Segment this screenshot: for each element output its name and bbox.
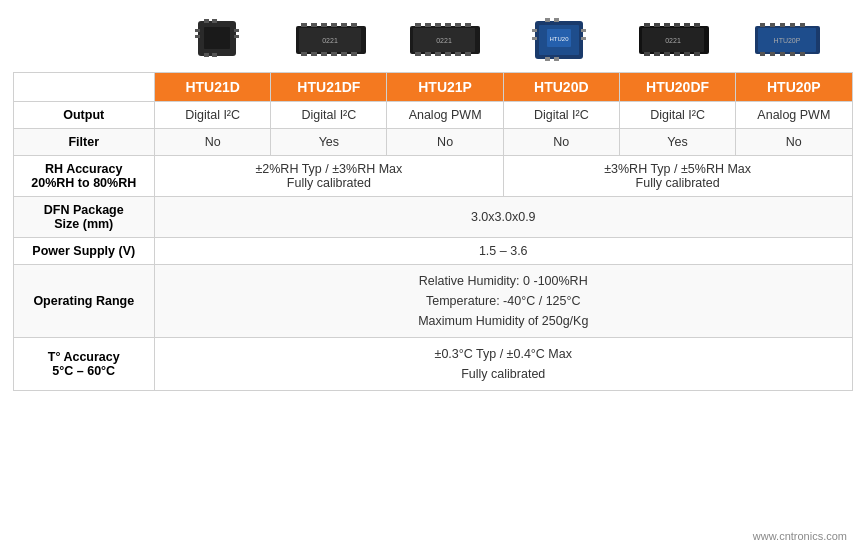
svg-rect-35 <box>425 52 431 56</box>
svg-rect-33 <box>465 23 471 27</box>
svg-rect-47 <box>545 18 550 22</box>
svg-rect-14 <box>311 23 317 27</box>
svg-rect-77 <box>780 52 785 56</box>
svg-rect-18 <box>351 23 357 27</box>
output-htu21d: Digital I²C <box>155 102 271 129</box>
comparison-table: HTU21D HTU21DF HTU21P HTU20D HTU20DF HTU… <box>13 72 853 391</box>
svg-rect-36 <box>435 52 441 56</box>
header-label-empty <box>13 73 155 102</box>
svg-rect-46 <box>581 37 586 40</box>
svg-text:0221: 0221 <box>665 37 681 44</box>
svg-rect-57 <box>664 23 670 27</box>
svg-rect-7 <box>212 19 217 23</box>
power-supply-value: 1.5 – 3.6 <box>155 238 852 265</box>
svg-text:HTU20P: HTU20P <box>774 37 801 44</box>
filter-htu21p: No <box>387 129 503 156</box>
header-htu20p: HTU20P <box>736 73 852 102</box>
header-htu20df: HTU20DF <box>619 73 735 102</box>
svg-rect-29 <box>425 23 431 27</box>
row-dfn-package: DFN Package Size (mm) 3.0x3.0x0.9 <box>13 197 852 238</box>
label-t-accuracy: T° Accuracy 5°C – 60°C <box>13 338 155 391</box>
svg-rect-23 <box>341 52 347 56</box>
svg-rect-71 <box>770 23 775 27</box>
row-output: Output Digital I²C Digital I²C Analog PW… <box>13 102 852 129</box>
svg-rect-59 <box>684 23 690 27</box>
svg-rect-73 <box>790 23 795 27</box>
filter-htu21d: No <box>155 129 271 156</box>
svg-rect-9 <box>212 53 217 57</box>
svg-rect-34 <box>415 52 421 56</box>
svg-rect-38 <box>455 52 461 56</box>
svg-rect-31 <box>445 23 451 27</box>
svg-rect-8 <box>204 53 209 57</box>
page-wrapper: 0221 0221 <box>0 0 865 550</box>
svg-rect-6 <box>204 19 209 23</box>
svg-rect-20 <box>311 52 317 56</box>
filter-htu20df: Yes <box>619 129 735 156</box>
product-image-htu21d <box>160 8 274 68</box>
svg-rect-49 <box>545 57 550 61</box>
svg-rect-61 <box>644 52 650 56</box>
svg-rect-56 <box>654 23 660 27</box>
label-rh-accuracy: RH Accuracy 20%RH to 80%RH <box>13 156 155 197</box>
product-image-htu21p: 0221 <box>388 8 502 68</box>
svg-rect-45 <box>581 29 586 32</box>
label-operating-range: Operating Range <box>13 265 155 338</box>
header-htu21df: HTU21DF <box>271 73 387 102</box>
label-power-supply: Power Supply (V) <box>13 238 155 265</box>
svg-rect-37 <box>445 52 451 56</box>
svg-rect-24 <box>351 52 357 56</box>
operating-range-value: Relative Humidity: 0 -100%RH Temperature… <box>155 265 852 338</box>
svg-rect-62 <box>654 52 660 56</box>
svg-rect-32 <box>455 23 461 27</box>
svg-rect-28 <box>415 23 421 27</box>
svg-rect-70 <box>760 23 765 27</box>
row-rh-accuracy: RH Accuracy 20%RH to 80%RH ±2%RH Typ / ±… <box>13 156 852 197</box>
rh-accuracy-htu20: ±3%RH Typ / ±5%RH Max Fully calibrated <box>503 156 852 197</box>
svg-rect-79 <box>800 52 805 56</box>
svg-rect-3 <box>195 35 200 38</box>
svg-rect-64 <box>674 52 680 56</box>
dfn-package-value: 3.0x3.0x0.9 <box>155 197 852 238</box>
website-credit: www.cntronics.com <box>753 530 847 542</box>
svg-rect-39 <box>465 52 471 56</box>
svg-rect-58 <box>674 23 680 27</box>
svg-rect-48 <box>554 18 559 22</box>
product-image-htu20p: HTU20P <box>731 8 845 68</box>
label-filter: Filter <box>13 129 155 156</box>
svg-rect-17 <box>341 23 347 27</box>
svg-rect-55 <box>644 23 650 27</box>
svg-rect-1 <box>204 27 230 49</box>
filter-htu20p: No <box>736 129 852 156</box>
row-t-accuracy: T° Accuracy 5°C – 60°C ±0.3°C Typ / ±0.4… <box>13 338 852 391</box>
svg-rect-78 <box>790 52 795 56</box>
svg-rect-65 <box>684 52 690 56</box>
svg-rect-72 <box>780 23 785 27</box>
svg-rect-22 <box>331 52 337 56</box>
row-filter: Filter No Yes No No Yes No <box>13 129 852 156</box>
svg-rect-30 <box>435 23 441 27</box>
svg-rect-15 <box>321 23 327 27</box>
label-dfn-package: DFN Package Size (mm) <box>13 197 155 238</box>
svg-rect-66 <box>694 52 700 56</box>
product-image-htu21df: 0221 <box>274 8 388 68</box>
svg-rect-43 <box>532 29 537 32</box>
svg-rect-75 <box>760 52 765 56</box>
svg-rect-13 <box>301 23 307 27</box>
output-htu21p: Analog PWM <box>387 102 503 129</box>
svg-text:0221: 0221 <box>322 37 338 44</box>
svg-text:HTU20: HTU20 <box>550 36 570 42</box>
label-output: Output <box>13 102 155 129</box>
filter-htu20d: No <box>503 129 619 156</box>
rh-accuracy-htu21: ±2%RH Typ / ±3%RH Max Fully calibrated <box>155 156 504 197</box>
svg-rect-4 <box>234 29 239 32</box>
header-row: HTU21D HTU21DF HTU21P HTU20D HTU20DF HTU… <box>13 73 852 102</box>
row-power-supply: Power Supply (V) 1.5 – 3.6 <box>13 238 852 265</box>
svg-rect-60 <box>694 23 700 27</box>
svg-rect-44 <box>532 37 537 40</box>
filter-htu21df: Yes <box>271 129 387 156</box>
svg-rect-19 <box>301 52 307 56</box>
output-htu20df: Digital I²C <box>619 102 735 129</box>
output-htu20p: Analog PWM <box>736 102 852 129</box>
t-accuracy-value: ±0.3°C Typ / ±0.4°C Max Fully calibrated <box>155 338 852 391</box>
